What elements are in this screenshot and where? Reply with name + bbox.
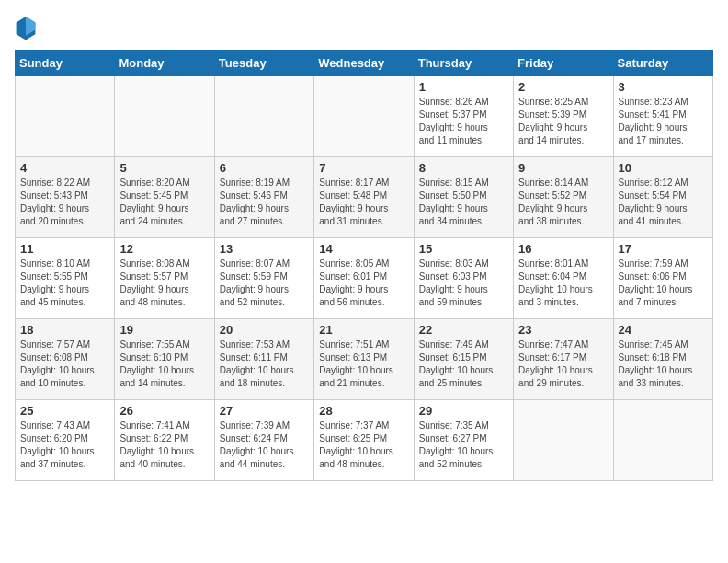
day-number: 7: [319, 161, 408, 175]
day-number: 13: [220, 242, 309, 256]
day-cell: 5Sunrise: 8:20 AM Sunset: 5:45 PM Daylig…: [115, 157, 214, 238]
day-info: Sunrise: 7:47 AM Sunset: 6:17 PM Dayligh…: [518, 339, 608, 390]
day-header-tuesday: Tuesday: [214, 51, 313, 76]
week-row-1: 1Sunrise: 8:26 AM Sunset: 5:37 PM Daylig…: [16, 76, 713, 157]
day-cell: 11Sunrise: 8:10 AM Sunset: 5:55 PM Dayli…: [16, 238, 115, 319]
day-cell: 22Sunrise: 7:49 AM Sunset: 6:15 PM Dayli…: [414, 319, 513, 400]
day-cell: 18Sunrise: 7:57 AM Sunset: 6:08 PM Dayli…: [16, 319, 115, 400]
day-info: Sunrise: 8:17 AM Sunset: 5:48 PM Dayligh…: [319, 177, 408, 228]
day-info: Sunrise: 7:57 AM Sunset: 6:08 PM Dayligh…: [20, 339, 109, 390]
day-number: 1: [419, 80, 508, 94]
day-cell: 24Sunrise: 7:45 AM Sunset: 6:18 PM Dayli…: [613, 319, 712, 400]
day-cell: 26Sunrise: 7:41 AM Sunset: 6:22 PM Dayli…: [115, 400, 214, 481]
day-header-thursday: Thursday: [414, 51, 513, 76]
day-cell: 13Sunrise: 8:07 AM Sunset: 5:59 PM Dayli…: [214, 238, 313, 319]
day-number: 9: [518, 161, 608, 175]
day-cell: 12Sunrise: 8:08 AM Sunset: 5:57 PM Dayli…: [115, 238, 214, 319]
day-number: 14: [319, 242, 408, 256]
day-info: Sunrise: 7:39 AM Sunset: 6:24 PM Dayligh…: [220, 419, 309, 471]
day-cell: 7Sunrise: 8:17 AM Sunset: 5:48 PM Daylig…: [314, 157, 414, 238]
day-info: Sunrise: 7:51 AM Sunset: 6:13 PM Dayligh…: [319, 339, 408, 390]
day-header-monday: Monday: [115, 51, 214, 76]
day-header-saturday: Saturday: [613, 51, 712, 76]
day-info: Sunrise: 8:19 AM Sunset: 5:46 PM Dayligh…: [220, 177, 309, 228]
day-info: Sunrise: 8:15 AM Sunset: 5:50 PM Dayligh…: [419, 177, 508, 228]
day-cell: [514, 400, 613, 481]
week-row-3: 11Sunrise: 8:10 AM Sunset: 5:55 PM Dayli…: [16, 238, 713, 319]
day-info: Sunrise: 7:45 AM Sunset: 6:18 PM Dayligh…: [619, 339, 708, 390]
day-cell: [613, 400, 712, 481]
day-cell: [314, 76, 414, 157]
day-cell: 10Sunrise: 8:12 AM Sunset: 5:54 PM Dayli…: [613, 157, 712, 238]
day-number: 22: [419, 323, 508, 337]
day-cell: 2Sunrise: 8:25 AM Sunset: 5:39 PM Daylig…: [514, 76, 613, 157]
day-info: Sunrise: 8:14 AM Sunset: 5:52 PM Dayligh…: [518, 177, 608, 228]
day-info: Sunrise: 8:01 AM Sunset: 6:04 PM Dayligh…: [518, 258, 608, 309]
day-cell: 1Sunrise: 8:26 AM Sunset: 5:37 PM Daylig…: [414, 76, 513, 157]
day-cell: 29Sunrise: 7:35 AM Sunset: 6:27 PM Dayli…: [414, 400, 513, 481]
day-info: Sunrise: 8:07 AM Sunset: 5:59 PM Dayligh…: [220, 258, 309, 309]
day-cell: 6Sunrise: 8:19 AM Sunset: 5:46 PM Daylig…: [214, 157, 313, 238]
day-number: 11: [20, 242, 109, 256]
logo-icon: [15, 15, 37, 40]
day-info: Sunrise: 8:26 AM Sunset: 5:37 PM Dayligh…: [419, 96, 508, 147]
day-number: 21: [319, 323, 408, 337]
day-info: Sunrise: 7:41 AM Sunset: 6:22 PM Dayligh…: [119, 419, 209, 471]
day-number: 2: [518, 80, 608, 94]
day-info: Sunrise: 8:25 AM Sunset: 5:39 PM Dayligh…: [518, 96, 608, 147]
day-number: 23: [518, 323, 608, 337]
day-number: 25: [20, 404, 109, 418]
day-info: Sunrise: 8:23 AM Sunset: 5:41 PM Dayligh…: [619, 96, 708, 147]
day-cell: 16Sunrise: 8:01 AM Sunset: 6:04 PM Dayli…: [514, 238, 613, 319]
day-cell: 8Sunrise: 8:15 AM Sunset: 5:50 PM Daylig…: [414, 157, 513, 238]
day-number: 6: [220, 161, 309, 175]
day-number: 20: [220, 323, 309, 337]
day-number: 12: [119, 242, 209, 256]
week-row-2: 4Sunrise: 8:22 AM Sunset: 5:43 PM Daylig…: [16, 157, 713, 238]
week-row-5: 25Sunrise: 7:43 AM Sunset: 6:20 PM Dayli…: [16, 400, 713, 481]
day-info: Sunrise: 8:08 AM Sunset: 5:57 PM Dayligh…: [119, 258, 209, 309]
day-info: Sunrise: 8:22 AM Sunset: 5:43 PM Dayligh…: [20, 177, 109, 228]
day-number: 15: [419, 242, 508, 256]
day-info: Sunrise: 8:12 AM Sunset: 5:54 PM Dayligh…: [619, 177, 708, 228]
day-cell: 14Sunrise: 8:05 AM Sunset: 6:01 PM Dayli…: [314, 238, 414, 319]
day-info: Sunrise: 7:55 AM Sunset: 6:10 PM Dayligh…: [119, 339, 209, 390]
day-cell: 9Sunrise: 8:14 AM Sunset: 5:52 PM Daylig…: [514, 157, 613, 238]
day-info: Sunrise: 8:20 AM Sunset: 5:45 PM Dayligh…: [119, 177, 209, 228]
day-cell: [214, 76, 313, 157]
day-number: 8: [419, 161, 508, 175]
day-number: 24: [619, 323, 708, 337]
day-number: 17: [619, 242, 708, 256]
day-number: 29: [419, 404, 508, 418]
day-info: Sunrise: 7:53 AM Sunset: 6:11 PM Dayligh…: [220, 339, 309, 390]
day-number: 16: [518, 242, 608, 256]
day-cell: 17Sunrise: 7:59 AM Sunset: 6:06 PM Dayli…: [613, 238, 712, 319]
day-cell: 27Sunrise: 7:39 AM Sunset: 6:24 PM Dayli…: [214, 400, 313, 481]
calendar-body: 1Sunrise: 8:26 AM Sunset: 5:37 PM Daylig…: [16, 76, 713, 481]
day-cell: 23Sunrise: 7:47 AM Sunset: 6:17 PM Dayli…: [514, 319, 613, 400]
calendar-table: SundayMondayTuesdayWednesdayThursdayFrid…: [15, 50, 713, 481]
day-cell: 19Sunrise: 7:55 AM Sunset: 6:10 PM Dayli…: [115, 319, 214, 400]
day-info: Sunrise: 7:49 AM Sunset: 6:15 PM Dayligh…: [419, 339, 508, 390]
day-info: Sunrise: 7:35 AM Sunset: 6:27 PM Dayligh…: [419, 419, 508, 471]
day-number: 5: [119, 161, 209, 175]
day-number: 19: [119, 323, 209, 337]
day-cell: 25Sunrise: 7:43 AM Sunset: 6:20 PM Dayli…: [16, 400, 115, 481]
logo: [15, 15, 40, 40]
day-header-wednesday: Wednesday: [314, 51, 414, 76]
day-number: 26: [119, 404, 209, 418]
day-cell: 20Sunrise: 7:53 AM Sunset: 6:11 PM Dayli…: [214, 319, 313, 400]
day-header-sunday: Sunday: [16, 51, 115, 76]
day-info: Sunrise: 8:10 AM Sunset: 5:55 PM Dayligh…: [20, 258, 109, 309]
header-row: SundayMondayTuesdayWednesdayThursdayFrid…: [16, 51, 713, 76]
day-number: 28: [319, 404, 408, 418]
day-info: Sunrise: 8:03 AM Sunset: 6:03 PM Dayligh…: [419, 258, 508, 309]
page-header: [15, 15, 713, 40]
week-row-4: 18Sunrise: 7:57 AM Sunset: 6:08 PM Dayli…: [16, 319, 713, 400]
day-header-friday: Friday: [514, 51, 613, 76]
day-cell: 21Sunrise: 7:51 AM Sunset: 6:13 PM Dayli…: [314, 319, 414, 400]
day-number: 27: [220, 404, 309, 418]
day-cell: [115, 76, 214, 157]
day-cell: 4Sunrise: 8:22 AM Sunset: 5:43 PM Daylig…: [16, 157, 115, 238]
day-number: 10: [619, 161, 708, 175]
